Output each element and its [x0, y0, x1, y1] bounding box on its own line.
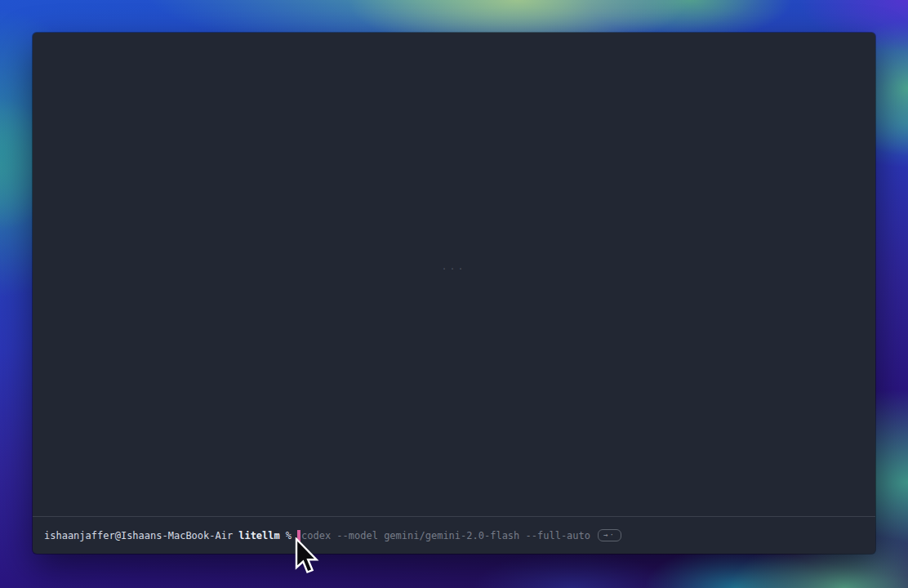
prompt-symbol: %: [286, 530, 292, 541]
desktop-wallpaper: ··· ishaanjaffer@Ishaans-MacBook-Air lit…: [0, 0, 908, 588]
loading-dots: ···: [442, 265, 466, 274]
mouse-pointer-icon: [295, 537, 319, 577]
terminal-window[interactable]: ··· ishaanjaffer@Ishaans-MacBook-Air lit…: [33, 33, 875, 554]
autosuggest-hint-badge: →·: [598, 529, 621, 541]
terminal-output-area: ···: [33, 33, 875, 517]
prompt-user-host: ishaanjaffer@Ishaans-MacBook-Air: [44, 530, 233, 541]
terminal-input-line[interactable]: ishaanjaffer@Ishaans-MacBook-Air litellm…: [33, 517, 875, 554]
command-suggestion-text: codex --model gemini/gemini-2.0-flash --…: [301, 530, 590, 541]
prompt-directory: litellm: [238, 530, 280, 541]
